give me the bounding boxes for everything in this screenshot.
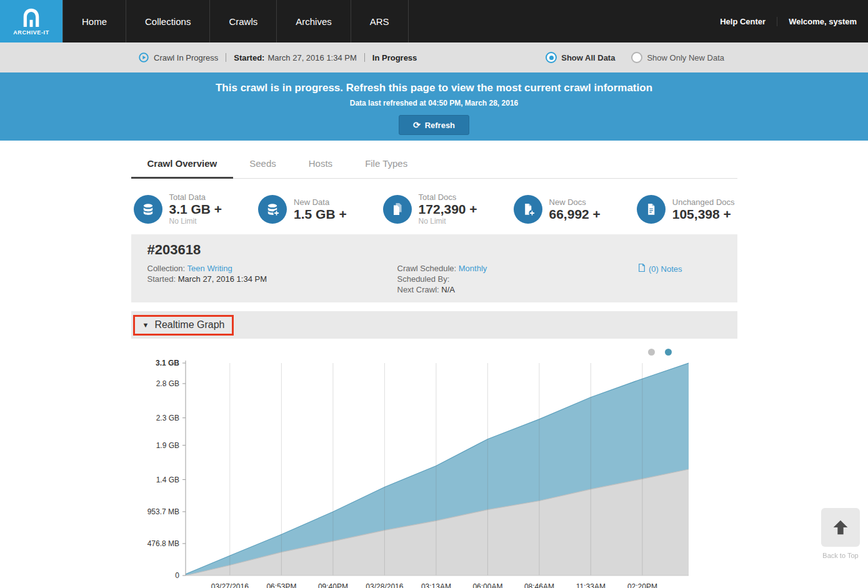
show-only-new-data-label: Show Only New Data bbox=[647, 53, 724, 62]
tab-hosts[interactable]: Hosts bbox=[292, 150, 349, 178]
show-only-new-data-radio[interactable]: Show Only New Data bbox=[631, 52, 724, 63]
caret-down-icon: ▼ bbox=[142, 321, 149, 329]
stat-value: 66,992 + bbox=[549, 207, 601, 221]
crawl-status-text: Crawl In Progress bbox=[154, 53, 218, 62]
banner-subtitle: Data last refreshed at 04:50 PM, March 2… bbox=[0, 99, 868, 107]
help-center-link[interactable]: Help Center bbox=[709, 17, 777, 26]
top-navbar: ARCHIVE-IT HomeCollectionsCrawlsArchives… bbox=[0, 0, 868, 42]
crawl-progress-banner: This crawl is in progress. Refresh this … bbox=[0, 72, 868, 141]
stat-total-data: Total Data3.1 GB +No Limit bbox=[134, 192, 222, 226]
realtime-graph-toggle[interactable]: ▼ Realtime Graph bbox=[133, 315, 234, 336]
stat-value: 105,398 + bbox=[672, 207, 735, 221]
y-tick-label: 476.8 MB bbox=[147, 539, 179, 548]
statusbar-started-value: March 27, 2016 1:34 PM bbox=[267, 53, 356, 62]
refresh-label: Refresh bbox=[425, 121, 455, 130]
y-tick-label: 0 bbox=[175, 571, 179, 580]
nav-items: HomeCollectionsCrawlsArchivesARS bbox=[62, 0, 409, 42]
realtime-graph-chart-section: 3.1 GB2.8 GB2.3 GB1.9 GB1.4 GB953.7 MB47… bbox=[131, 339, 737, 588]
x-tick-label: 11:33AM bbox=[576, 582, 605, 588]
y-tick-label: 2.8 GB bbox=[156, 379, 179, 388]
nav-item-collections[interactable]: Collections bbox=[126, 0, 210, 42]
x-tick-label: 03:13AM bbox=[421, 582, 451, 588]
x-tick-label: 08:46AM bbox=[524, 582, 554, 588]
radio-unselected-icon[interactable] bbox=[631, 52, 642, 63]
crawl-id: #203618 bbox=[147, 242, 721, 258]
chart-legend bbox=[131, 349, 737, 356]
y-tick-label: 953.7 MB bbox=[147, 507, 179, 516]
crawl-info-box: #203618 Collection: Teen Writing Started… bbox=[131, 234, 737, 302]
crawl-info-middle-column: Crawl Schedule: Monthly Scheduled By: Ne… bbox=[397, 263, 587, 295]
refresh-icon: ⟳ bbox=[413, 120, 421, 130]
in-progress-icon bbox=[139, 52, 149, 62]
legend-dot-new-data[interactable] bbox=[648, 349, 655, 356]
info-started-value: March 27, 2016 1:34 PM bbox=[178, 274, 267, 284]
stats-row: Total Data3.1 GB +No LimitNew Data1.5 GB… bbox=[131, 179, 737, 234]
nav-right: Help Center Welcome, system bbox=[709, 0, 868, 42]
nav-item-home[interactable]: Home bbox=[62, 0, 126, 42]
archive-it-logo[interactable]: ARCHIVE-IT bbox=[0, 0, 62, 42]
tab-seeds[interactable]: Seeds bbox=[233, 150, 292, 178]
notes-icon bbox=[638, 263, 646, 274]
refresh-button[interactable]: ⟳ Refresh bbox=[399, 115, 469, 135]
welcome-user-link[interactable]: Welcome, system bbox=[777, 17, 868, 26]
stat-total-docs: Total Docs172,390 +No Limit bbox=[383, 192, 477, 226]
document-plus-icon bbox=[514, 195, 542, 224]
area-chart: 3.1 GB2.8 GB2.3 GB1.9 GB1.4 GB953.7 MB47… bbox=[132, 358, 689, 588]
stat-label: New Docs bbox=[549, 197, 601, 207]
data-filter-radios: Show All Data Show Only New Data bbox=[546, 52, 724, 63]
legend-dot-total-data[interactable] bbox=[665, 349, 672, 356]
archive-it-logo-icon bbox=[17, 7, 45, 28]
back-to-top-button[interactable]: Back to Top bbox=[821, 508, 861, 559]
divider bbox=[364, 53, 365, 62]
stat-value: 172,390 + bbox=[419, 202, 477, 216]
radio-selected-icon[interactable] bbox=[546, 52, 557, 63]
y-tick-label: 2.3 GB bbox=[156, 414, 179, 422]
stat-sublabel: No Limit bbox=[169, 217, 222, 226]
crawl-info-left-column: Collection: Teen Writing Started: March … bbox=[147, 263, 397, 295]
main-content: Crawl OverviewSeedsHostsFile Types Total… bbox=[131, 150, 737, 588]
x-tick-label: 06:53PM bbox=[266, 582, 296, 588]
scheduled-by-label: Scheduled By: bbox=[397, 274, 450, 284]
show-all-data-radio[interactable]: Show All Data bbox=[546, 52, 615, 63]
next-crawl-label: Next Crawl: bbox=[397, 285, 439, 294]
realtime-graph-section-header: ▼ Realtime Graph bbox=[131, 311, 737, 339]
stat-unchanged-docs: Unchanged Docs105,398 + bbox=[637, 192, 735, 226]
nav-item-ars[interactable]: ARS bbox=[351, 0, 409, 42]
back-to-top-label: Back to Top bbox=[821, 552, 861, 559]
stat-value: 3.1 GB + bbox=[169, 202, 222, 216]
database-plus-icon bbox=[258, 195, 287, 224]
tab-crawl-overview[interactable]: Crawl Overview bbox=[131, 150, 234, 179]
stat-value: 1.5 GB + bbox=[294, 207, 347, 221]
stat-label: Total Data bbox=[169, 192, 222, 202]
tabs: Crawl OverviewSeedsHostsFile Types bbox=[131, 150, 737, 179]
divider bbox=[226, 53, 226, 62]
notes-link[interactable]: (0) Notes bbox=[638, 263, 682, 274]
banner-title: This crawl is in progress. Refresh this … bbox=[0, 82, 868, 94]
x-tick-label: 06:00AM bbox=[472, 582, 502, 588]
next-crawl-value: N/A bbox=[441, 285, 455, 294]
info-started-label: Started: bbox=[147, 274, 176, 284]
stat-new-data: New Data1.5 GB + bbox=[258, 192, 347, 226]
stat-label: Total Docs bbox=[419, 192, 477, 202]
up-arrow-icon bbox=[821, 508, 860, 547]
collection-link[interactable]: Teen Writing bbox=[187, 264, 232, 273]
crawl-schedule-label: Crawl Schedule: bbox=[397, 264, 457, 273]
stat-sublabel: No Limit bbox=[419, 217, 477, 226]
nav-item-crawls[interactable]: Crawls bbox=[210, 0, 277, 42]
y-tick-label: 1.4 GB bbox=[156, 476, 179, 484]
documents-icon bbox=[383, 195, 412, 224]
x-tick-label: 02:20PM bbox=[627, 582, 657, 588]
y-tick-label: 3.1 GB bbox=[155, 359, 179, 367]
notes-label: (0) Notes bbox=[649, 264, 682, 274]
x-tick-label: 09:40PM bbox=[317, 582, 347, 588]
show-all-data-label: Show All Data bbox=[561, 53, 615, 62]
nav-item-archives[interactable]: Archives bbox=[277, 0, 351, 42]
stat-label: New Data bbox=[294, 197, 347, 207]
tab-file-types[interactable]: File Types bbox=[349, 150, 424, 178]
collection-label: Collection: bbox=[147, 264, 186, 273]
crawl-info-right-column: (0) Notes bbox=[587, 263, 721, 295]
crawl-state-text: In Progress bbox=[372, 53, 417, 62]
y-tick-label: 1.9 GB bbox=[156, 441, 179, 450]
crawl-schedule-link[interactable]: Monthly bbox=[459, 264, 487, 273]
stat-new-docs: New Docs66,992 + bbox=[514, 192, 601, 226]
